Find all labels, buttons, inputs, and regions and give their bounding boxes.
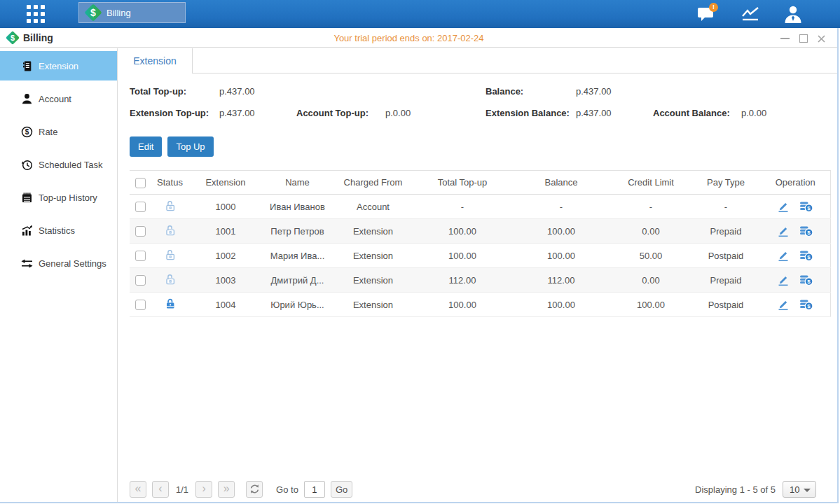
edit-icon[interactable] <box>777 274 790 286</box>
reports-icon[interactable] <box>741 6 762 24</box>
svg-text:$: $ <box>808 279 811 285</box>
next-page-button[interactable]: › <box>195 481 212 498</box>
page-size-value: 10 <box>790 484 799 495</box>
rate-icon: $ <box>21 126 33 138</box>
sidebar-item-extension[interactable]: Extension <box>0 51 117 80</box>
sidebar-item-statistics[interactable]: Statistics <box>0 216 117 245</box>
col-operation: Operation <box>761 171 830 195</box>
sidebar-item-label: Scheduled Task <box>39 160 103 170</box>
extension-balance-value: p.437.00 <box>576 108 653 118</box>
sidebar: Extension Account $ Rate <box>0 48 118 502</box>
account-topup-value: p.0.00 <box>385 108 411 118</box>
sidebar-item-rate[interactable]: $ Rate <box>0 117 117 146</box>
sidebar-item-label: Top-up History <box>39 192 97 203</box>
edit-icon[interactable] <box>777 249 790 262</box>
billing-app-icon: $ <box>84 4 102 22</box>
col-status: Status <box>151 171 189 195</box>
col-credit-limit: Credit Limit <box>611 171 691 195</box>
extension-topup-label: Extension Top-up: <box>130 108 219 118</box>
app-grid-icon[interactable] <box>27 5 45 23</box>
edit-icon[interactable] <box>777 225 790 237</box>
maximize-icon[interactable] <box>799 34 808 43</box>
go-button[interactable]: Go <box>331 481 352 498</box>
sidebar-item-top-up-history[interactable]: Top-up History <box>0 183 117 212</box>
lock-open-icon <box>164 224 177 237</box>
svg-text:$: $ <box>808 205 811 211</box>
lock-open-icon <box>164 273 177 286</box>
edit-icon[interactable] <box>777 200 790 213</box>
row-checkbox[interactable] <box>135 251 146 261</box>
billing-window: $ Billing Your trial period ends on: 201… <box>0 28 839 503</box>
displaying-text: Displaying 1 - 5 of 5 <box>695 484 776 495</box>
sidebar-item-account[interactable]: Account <box>0 84 117 113</box>
balance-label: Balance: <box>486 86 576 97</box>
col-pay-type: Pay Type <box>691 171 761 195</box>
row-checkbox[interactable] <box>135 275 146 286</box>
table-header-row: Status Extension Name Charged From Total… <box>130 171 830 195</box>
top-bar: $ Billing ! <box>0 0 840 28</box>
col-total-topup: Total Top-up <box>413 171 511 195</box>
edit-icon[interactable] <box>777 298 790 311</box>
extension-balance-label: Extension Balance: <box>486 108 576 118</box>
notifications-icon[interactable]: ! <box>697 6 718 24</box>
last-page-button[interactable]: » <box>218 481 235 498</box>
sidebar-item-scheduled-task[interactable]: Scheduled Task <box>0 150 117 179</box>
first-page-button[interactable]: « <box>130 481 146 498</box>
tab-bar: Extension <box>118 48 837 74</box>
page-indicator: 1/1 <box>176 484 188 495</box>
statistics-icon <box>21 225 33 237</box>
table-row: 1004 Юрий Юрь... Extension 100.00 100.00… <box>130 293 830 317</box>
prev-page-button[interactable]: ‹ <box>152 481 169 498</box>
svg-text:$: $ <box>808 254 811 260</box>
account-balance-label: Account Balance: <box>653 108 741 118</box>
minimize-icon[interactable] <box>780 34 790 43</box>
account-balance-value: p.0.00 <box>741 108 766 118</box>
top-up-icon[interactable]: $ <box>799 249 813 262</box>
total-topup-value: p.437.00 <box>219 86 296 97</box>
lock-open-icon <box>164 200 177 212</box>
top-up-icon[interactable]: $ <box>799 200 813 213</box>
table-row: 1001 Петр Петров Extension 100.00 100.00… <box>130 219 830 244</box>
row-checkbox[interactable] <box>135 300 146 310</box>
table-row: 1000 Иван Иванов Account - - - - $ <box>130 195 830 219</box>
notification-badge: ! <box>709 3 718 12</box>
tab-extension[interactable]: Extension <box>118 48 193 74</box>
refresh-icon <box>249 484 260 494</box>
goto-input[interactable] <box>304 481 325 498</box>
col-name: Name <box>262 171 333 195</box>
close-icon[interactable] <box>817 34 826 43</box>
top-up-icon[interactable]: $ <box>799 298 813 311</box>
extension-table: Status Extension Name Charged From Total… <box>130 170 831 317</box>
trial-notice: Your trial period ends on: 2017-02-24 <box>0 33 818 43</box>
status-icon <box>164 302 177 312</box>
status-icon <box>164 253 177 263</box>
status-icon <box>164 277 177 288</box>
balance-value: p.437.00 <box>576 86 653 97</box>
scheduled-task-icon <box>21 159 33 171</box>
row-checkbox[interactable] <box>135 202 146 212</box>
sidebar-item-label: Statistics <box>39 225 75 236</box>
user-account-icon[interactable] <box>783 6 804 24</box>
select-all-checkbox[interactable] <box>135 178 146 188</box>
taskbar-item-billing[interactable]: $ Billing <box>78 2 186 23</box>
top-up-icon[interactable]: $ <box>799 274 813 286</box>
col-balance: Balance <box>511 171 611 195</box>
window-titlebar: $ Billing Your trial period ends on: 201… <box>0 28 837 48</box>
refresh-button[interactable] <box>246 481 263 498</box>
svg-text:$: $ <box>808 230 811 236</box>
extension-icon <box>21 60 33 72</box>
top-up-history-icon <box>21 192 33 204</box>
general-settings-icon <box>21 258 33 270</box>
tab-label: Extension <box>133 55 176 66</box>
account-topup-label: Account Top-up: <box>296 108 385 118</box>
row-checkbox[interactable] <box>135 226 146 237</box>
account-icon <box>21 93 33 105</box>
status-icon <box>164 228 177 239</box>
top-up-icon[interactable]: $ <box>799 225 813 237</box>
sidebar-item-label: Account <box>39 94 71 104</box>
page-size-select[interactable]: 10 <box>783 481 816 498</box>
edit-button[interactable]: Edit <box>130 136 162 157</box>
table-row: 1002 Мария Ива... Extension 100.00 100.0… <box>130 244 830 268</box>
sidebar-item-general-settings[interactable]: General Settings <box>0 248 117 278</box>
top-up-button[interactable]: Top Up <box>167 136 213 157</box>
